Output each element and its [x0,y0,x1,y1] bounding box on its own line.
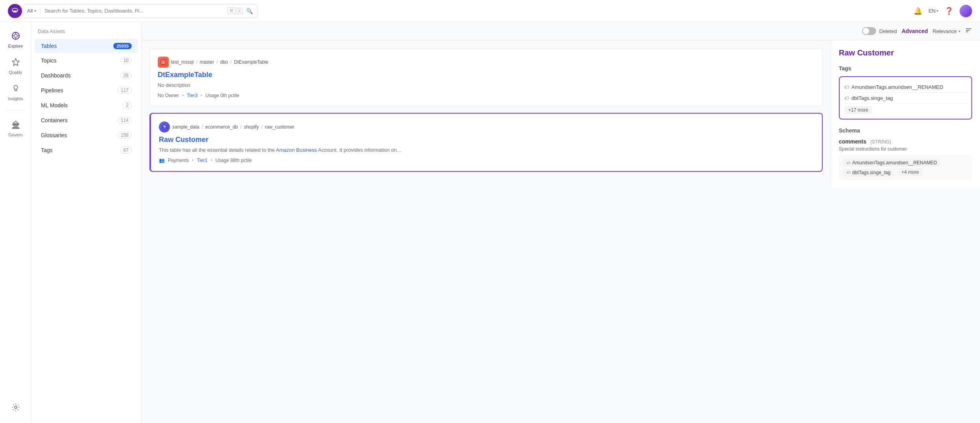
bc-table-rc: raw_customer [265,124,295,130]
language-label: EN [928,8,936,14]
sort-icon[interactable] [965,27,972,35]
sidebar-item-glossaries[interactable]: Glossaries 158 [35,128,138,143]
result-usage-dt: Usage 0th pctile [205,93,239,98]
bell-icon[interactable]: 🔔 [914,7,922,15]
bc-db-rc: ecommerce_db [205,124,238,130]
topbar: All ▾ ⌘ K 🔍 🔔 EN ▾ ❓ [0,0,980,22]
tag-item: 🏷 AmundsenTags.amundsen__RENAMED [844,82,967,93]
results-area: test_mssql / master / dbo / DtExampleTab… [142,40,980,188]
svg-marker-18 [13,121,18,123]
sidebar-item-pipelines[interactable]: Pipelines 117 [35,83,138,98]
left-sidebar: Explore Quality Insights [0,22,31,423]
bc-db: master [200,59,214,65]
search-shortcut: ⌘ K [227,7,243,14]
sidebar-item-tags[interactable]: Tags 67 [35,143,138,158]
tag-label-1: dbtTags.singe_tag [851,95,893,101]
schema-tags: 🏷 AmundsenTags.amundsen__RENAMED 🏷 dbtTa… [839,155,972,180]
bc-schema: dbo [220,59,228,65]
tag-label-0: AmundsenTags.amundsen__RENAMED [851,84,943,90]
sidebar-item-dashboards[interactable]: Dashboards 28 [35,68,138,83]
result-tier-rc: Tier1 [197,158,208,163]
sidebar-item-containers[interactable]: Containers 114 [35,113,138,128]
nav-tables-badge: 25935 [113,43,132,49]
nav-glossaries-label: Glossaries [41,132,67,138]
nav-topics-label: Topics [41,57,57,64]
svg-point-28 [162,124,167,130]
avatar[interactable] [960,5,972,17]
nav-pipelines-label: Pipelines [41,87,63,94]
nav-dashboards-label: Dashboards [41,72,71,79]
relevance-label: Relevance [933,28,957,34]
result-desc-dt: No description [158,82,814,88]
shopify-icon [159,121,170,132]
svg-point-9 [14,85,18,89]
relevance-sort[interactable]: Relevance ▾ [933,28,960,34]
deleted-label: Deleted [879,28,897,34]
relevance-chevron-icon: ▾ [958,29,960,33]
result-breadcrumb-rc: sample_data / ecommerce_db / shopify / r… [159,121,814,132]
svg-rect-17 [12,128,19,129]
sidebar-item-explore[interactable]: Explore [2,28,30,51]
svg-point-29 [164,129,165,129]
nav-tags-count: 67 [120,147,132,154]
tag-icon: 🏷 [847,170,851,175]
results-list: test_mssql / master / dbo / DtExampleTab… [142,40,831,188]
result-meta-dt: No Owner • Tier3 • Usage 0th pctile [158,93,814,98]
sidebar-insights-label: Insights [8,96,23,101]
search-icon[interactable]: 🔍 [246,8,253,14]
right-panel-title: Raw Customer [839,48,972,57]
tags-more-button[interactable]: +17 more [844,106,872,114]
sidebar-quality-label: Quality [9,70,22,75]
search-type-label: All [27,8,33,14]
lang-chevron-icon: ▾ [936,9,938,13]
bc-service: test_mssql [171,59,193,65]
right-panel: Raw Customer Tags 🏷 AmundsenTags.amundse… [831,40,980,188]
amazon-business-link[interactable]: Amazon Business [276,147,317,153]
sidebar-explore-label: Explore [8,44,23,48]
svg-point-19 [15,406,17,408]
mssql-icon [158,57,169,68]
svg-rect-16 [15,125,16,128]
sidebar-item-insights[interactable]: Insights [2,81,30,104]
search-input[interactable] [41,8,227,14]
tag-icon: 🏷 [847,161,851,165]
nav-containers-count: 114 [118,117,132,124]
tags-box: 🏷 AmundsenTags.amundsen__RENAMED 🏷 dbtTa… [839,76,972,120]
result-owner-dt: No Owner [158,93,179,98]
people-icon: 👥 [159,158,165,163]
search-type-selector[interactable]: All ▾ [27,8,41,14]
schema-tag-1: 🏷 dbtTags.singe_tag [843,169,894,177]
sidebar-item-tables[interactable]: Tables 25935 [35,39,138,53]
schema-section-title: Schema [839,127,972,134]
svg-point-1 [14,10,16,12]
language-selector[interactable]: EN ▾ [928,8,938,14]
sidebar-item-topics[interactable]: Topics 10 [35,53,138,68]
result-card-dt-example[interactable]: test_mssql / master / dbo / DtExampleTab… [149,48,823,107]
advanced-filter-button[interactable]: Advanced [902,28,928,34]
nav-pipelines-count: 117 [118,87,132,94]
result-title-dt: DtExampleTable [158,71,814,79]
insights-icon [11,84,20,95]
nav-ml-label: ML Models [41,102,68,109]
deleted-toggle[interactable] [862,27,876,35]
nav-panel-title: Data Assets [31,28,141,39]
schema-more-tags-button[interactable]: +4 more [897,168,923,176]
nav-ml-count: 2 [123,102,132,109]
schema-field-row: comments (STRING) Special instructions f… [839,138,972,180]
bc-service-rc: sample_data [172,124,199,130]
sidebar-item-ml-models[interactable]: ML Models 2 [35,98,138,113]
quality-icon [11,58,20,68]
cmd-key: ⌘ [227,7,236,14]
result-card-raw-customer[interactable]: sample_data / ecommerce_db / shopify / r… [149,113,823,172]
result-title-rc: Raw Customer [159,136,814,144]
nav-topics-count: 10 [120,57,132,64]
sidebar-item-settings[interactable] [2,400,30,417]
svg-point-3 [14,34,17,37]
sidebar-item-quality[interactable]: Quality [2,55,30,78]
help-icon[interactable]: ❓ [945,7,953,15]
sidebar-govern-label: Govern [8,132,22,137]
sidebar-item-govern[interactable]: Govern [2,117,30,140]
main-content: Deleted Advanced Relevance ▾ [142,22,980,423]
app-layout: Explore Quality Insights [0,22,980,423]
svg-marker-8 [12,59,19,66]
